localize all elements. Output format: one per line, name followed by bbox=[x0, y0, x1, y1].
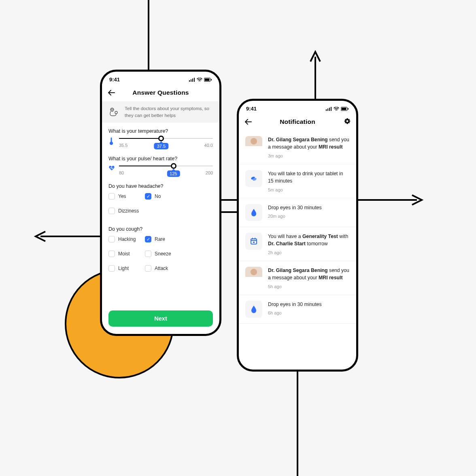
q1: What is your temperature? 35.5 37.5 40.0 bbox=[102, 123, 219, 150]
svg-rect-20 bbox=[327, 108, 328, 111]
q3-option-label: Yes bbox=[118, 193, 126, 199]
page-title: Answer Questions bbox=[132, 89, 189, 96]
notification-time: 5h ago bbox=[268, 284, 350, 289]
pill-icon bbox=[245, 170, 262, 187]
svg-rect-10 bbox=[194, 78, 195, 82]
battery-icon bbox=[341, 107, 349, 111]
checkbox-icon bbox=[108, 193, 115, 200]
avatar bbox=[245, 267, 262, 284]
header: Answer Questions bbox=[102, 84, 219, 101]
phone-answer-questions: 9:41 Answer Questions Tell the doctors a… bbox=[100, 70, 221, 336]
statusbar-time: 9:41 bbox=[109, 76, 120, 83]
back-button[interactable] bbox=[244, 118, 252, 126]
q3-option-label: Dizziness bbox=[118, 208, 139, 214]
statusbar-icons bbox=[189, 78, 212, 82]
notification-item[interactable]: Dr. Gilang Segara Bening send you a mess… bbox=[239, 261, 356, 295]
q3-option[interactable]: ✓No bbox=[145, 193, 177, 200]
q4-option[interactable]: Moist bbox=[108, 251, 141, 257]
gear-icon bbox=[344, 118, 351, 124]
avatar bbox=[245, 136, 262, 153]
svg-rect-7 bbox=[189, 80, 190, 82]
q3-option[interactable]: Yes bbox=[108, 193, 141, 200]
arrow-left-icon bbox=[244, 119, 252, 125]
q2-slider[interactable]: 80 125 200 bbox=[119, 166, 213, 175]
q2-min: 80 bbox=[119, 170, 124, 175]
q4-option-label: Attack bbox=[155, 266, 168, 271]
q4-option-label: Moist bbox=[118, 251, 130, 257]
checkbox-icon bbox=[108, 208, 115, 214]
svg-point-18 bbox=[110, 142, 113, 145]
svg-rect-32 bbox=[255, 238, 255, 239]
svg-rect-19 bbox=[326, 109, 327, 111]
notification-text: Drop eyes in 30 minutes bbox=[268, 301, 350, 308]
statusbar: 9:41 bbox=[102, 72, 219, 84]
notification-item[interactable]: Drop eyes in 30 minutes6h ago bbox=[239, 295, 356, 324]
statusbar: 9:41 bbox=[239, 101, 356, 113]
phone-notification: 9:41 Notification Dr. Gilang Segara Beni… bbox=[237, 99, 358, 372]
drop-icon bbox=[245, 204, 262, 221]
statusbar-icons bbox=[326, 107, 349, 111]
notification-list: Dr. Gilang Segara Bening send you a mess… bbox=[239, 130, 356, 324]
svg-rect-25 bbox=[348, 108, 348, 110]
battery-icon bbox=[204, 78, 212, 82]
notification-item[interactable]: You will take to drink your tablet in 15… bbox=[239, 164, 356, 198]
svg-rect-24 bbox=[342, 108, 346, 110]
q4-option[interactable]: Attack bbox=[145, 265, 177, 272]
notification-item[interactable]: Dr. Gilang Segara Bening send you a mess… bbox=[239, 130, 356, 164]
stethoscope-icon bbox=[108, 106, 120, 118]
checkbox-icon: ✓ bbox=[145, 193, 151, 200]
notification-text: Dr. Gilang Segara Bening send you a mess… bbox=[268, 267, 350, 282]
q4-option-label: Rare bbox=[155, 236, 165, 242]
notification-time: 5m ago bbox=[268, 187, 350, 192]
q2-value-badge: 125 bbox=[167, 170, 180, 177]
notification-item[interactable]: Drop eyes in 30 minutes20m ago bbox=[239, 198, 356, 227]
notification-time: 6h ago bbox=[268, 310, 350, 315]
cal-icon bbox=[245, 233, 262, 250]
wifi-icon bbox=[334, 107, 339, 111]
notification-text: Drop eyes in 30 minutes bbox=[268, 204, 350, 211]
notification-time: 20m ago bbox=[268, 214, 350, 219]
svg-rect-21 bbox=[329, 108, 330, 111]
signal-icon bbox=[189, 78, 195, 82]
drop-icon bbox=[245, 301, 262, 318]
notification-text: Dr. Gilang Segara Bening send you a mess… bbox=[268, 136, 350, 151]
svg-rect-29 bbox=[251, 239, 257, 244]
checkbox-icon bbox=[108, 265, 115, 272]
info-banner-text: Tell the doctors about your symptoms, so… bbox=[125, 105, 214, 119]
checkbox-icon bbox=[145, 265, 151, 272]
checkbox-icon bbox=[145, 251, 151, 257]
signal-icon bbox=[326, 107, 332, 111]
q4-label: Do you cough? bbox=[108, 226, 213, 232]
q3-label: Do you have headache? bbox=[108, 183, 213, 189]
svg-rect-22 bbox=[331, 107, 332, 111]
q1-slider[interactable]: 35.5 37.5 40.0 bbox=[119, 138, 213, 148]
q4: Do you cough? Hacking✓RareMoistSneezeLig… bbox=[102, 221, 219, 278]
svg-rect-33 bbox=[253, 242, 255, 243]
svg-rect-12 bbox=[205, 79, 210, 81]
arrow-left-icon bbox=[108, 90, 115, 96]
svg-rect-8 bbox=[191, 79, 191, 82]
q4-option-label: Light bbox=[118, 266, 129, 271]
q4-option-label: Sneeze bbox=[155, 251, 171, 257]
notification-text: You will take to drink your tablet in 15… bbox=[268, 170, 350, 185]
q1-value-badge: 37.5 bbox=[154, 143, 168, 149]
q1-max: 40.0 bbox=[204, 143, 213, 148]
back-button[interactable] bbox=[108, 89, 115, 97]
q3-option[interactable]: Dizziness bbox=[108, 208, 141, 214]
wifi-icon bbox=[197, 78, 202, 82]
q2-max: 200 bbox=[206, 170, 213, 175]
q2: What is your pulse/ heart rate? 80 125 2… bbox=[102, 150, 219, 178]
notification-item[interactable]: You will have a Generality Test with Dr.… bbox=[239, 227, 356, 261]
next-button[interactable]: Next bbox=[108, 310, 213, 327]
q4-option[interactable]: Sneeze bbox=[145, 251, 177, 257]
notification-text: You will have a Generality Test with Dr.… bbox=[268, 233, 350, 248]
svg-point-15 bbox=[111, 109, 112, 109]
svg-rect-13 bbox=[211, 79, 212, 81]
svg-point-17 bbox=[115, 111, 117, 114]
thermometer-icon bbox=[108, 137, 115, 147]
q4-option[interactable]: Hacking bbox=[108, 236, 141, 242]
settings-button[interactable] bbox=[344, 118, 351, 126]
svg-point-16 bbox=[113, 109, 113, 109]
q4-option[interactable]: Light bbox=[108, 265, 141, 272]
q4-option[interactable]: ✓Rare bbox=[145, 236, 177, 242]
